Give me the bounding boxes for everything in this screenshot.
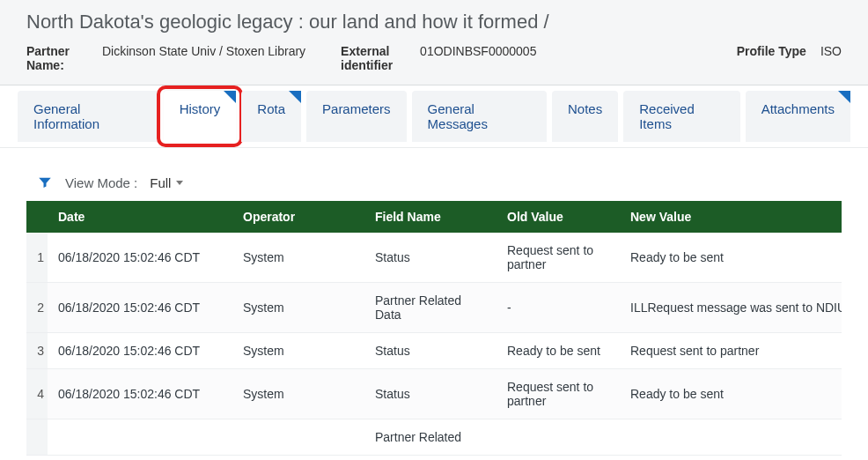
external-id-group: External identifier 01ODINBSF0000005 [341, 44, 536, 72]
table-row[interactable]: 206/18/2020 15:02:46 CDTSystemPartner Re… [26, 283, 842, 333]
cell-old-value: - [497, 283, 620, 333]
cell-field: Partner Related [364, 419, 497, 456]
history-panel: View Mode : Full Date Operator Field Nam… [0, 148, 868, 456]
cell-new-value: Request sent to partner [620, 333, 842, 369]
col-operator[interactable]: Operator [232, 201, 364, 233]
cell-date: 06/18/2020 15:02:46 CDT [48, 333, 232, 369]
cell-old-value: Ready to be sent [497, 333, 620, 369]
col-date[interactable]: Date [48, 201, 232, 233]
row-index: 2 [26, 283, 48, 333]
partner-name-group: Partner Name: Dickinson State Univ / Sto… [26, 44, 305, 72]
table-row[interactable]: 106/18/2020 15:02:46 CDTSystemStatusRequ… [26, 233, 842, 283]
cell-field: Status [364, 333, 497, 369]
cell-date [48, 419, 232, 456]
record-header: North Dakota's geologic legacy : our lan… [0, 0, 868, 85]
cell-operator: System [232, 233, 364, 283]
table-row[interactable]: Partner Related [26, 419, 842, 456]
cell-field: Status [364, 233, 497, 283]
view-mode-select[interactable]: Full [150, 175, 183, 190]
history-toolbar: View Mode : Full [26, 174, 842, 201]
cell-old-value [497, 419, 620, 456]
row-index: 1 [26, 233, 48, 283]
partner-name-label: Partner Name: [26, 44, 88, 72]
cell-field: Status [364, 369, 497, 419]
profile-type-label: Profile Type [737, 44, 806, 58]
tab-label: History [180, 101, 221, 116]
chevron-down-icon [176, 181, 183, 185]
tab-bar: General InformationHistoryRotaParameters… [0, 85, 868, 148]
table-header-row: Date Operator Field Name Old Value New V… [26, 201, 842, 233]
tab-label: General Information [33, 101, 99, 131]
cell-old-value: Request sent to partner [497, 369, 620, 419]
cell-date: 06/18/2020 15:02:46 CDT [48, 283, 232, 333]
col-old-value[interactable]: Old Value [497, 201, 620, 233]
col-new-value[interactable]: New Value [620, 201, 842, 233]
filter-icon[interactable] [37, 174, 53, 190]
cell-new-value: ILLRequest message was sent to NDIUT on [620, 283, 842, 333]
tab-notes[interactable]: Notes [552, 91, 618, 142]
tab-indicator-icon [838, 91, 850, 103]
col-field[interactable]: Field Name [364, 201, 497, 233]
cell-operator: System [232, 369, 364, 419]
cell-operator: System [232, 283, 364, 333]
cell-date: 06/18/2020 15:02:46 CDT [48, 233, 232, 283]
tab-general-information[interactable]: General Information [18, 91, 158, 142]
table-row[interactable]: 406/18/2020 15:02:46 CDTSystemStatusRequ… [26, 369, 842, 419]
cell-date: 06/18/2020 15:02:46 CDT [48, 369, 232, 419]
tab-label: Received Items [639, 101, 695, 131]
table-row[interactable]: 306/18/2020 15:02:46 CDTSystemStatusRead… [26, 333, 842, 369]
tab-rota[interactable]: Rota [241, 91, 301, 142]
external-id-value: 01ODINBSF0000005 [420, 44, 536, 58]
row-index: 4 [26, 369, 48, 419]
page-title: North Dakota's geologic legacy : our lan… [26, 11, 842, 33]
cell-old-value: Request sent to partner [497, 233, 620, 283]
col-index [26, 201, 48, 233]
profile-type-value: ISO [820, 44, 842, 58]
profile-type-group: Profile Type ISO [737, 44, 842, 58]
meta-row: Partner Name: Dickinson State Univ / Sto… [26, 44, 842, 72]
tab-label: General Messages [428, 101, 488, 131]
cell-new-value [620, 419, 842, 456]
tab-received-items[interactable]: Received Items [623, 91, 739, 142]
tab-label: Notes [568, 101, 602, 116]
partner-name-value: Dickinson State Univ / Stoxen Library [102, 44, 305, 58]
cell-field: Partner Related Data [364, 283, 497, 333]
cell-operator: System [232, 333, 364, 369]
tab-indicator-icon [289, 91, 301, 103]
tab-parameters[interactable]: Parameters [306, 91, 407, 142]
view-mode-label: View Mode : [65, 175, 137, 190]
cell-new-value: Ready to be sent [620, 233, 842, 283]
tab-indicator-icon [224, 91, 236, 103]
tab-label: Attachments [761, 101, 835, 116]
history-table: Date Operator Field Name Old Value New V… [26, 201, 842, 456]
tab-label: Parameters [322, 101, 391, 116]
tab-attachments[interactable]: Attachments [746, 91, 850, 142]
view-mode-value: Full [150, 175, 171, 190]
external-id-label: External identifier [341, 44, 406, 72]
row-index: 3 [26, 333, 48, 369]
tab-label: Rota [257, 101, 285, 116]
tab-history[interactable]: History [164, 91, 237, 142]
row-index [26, 419, 48, 456]
cell-operator [232, 419, 364, 456]
cell-new-value: Ready to be sent [620, 369, 842, 419]
tab-general-messages[interactable]: General Messages [412, 91, 547, 142]
